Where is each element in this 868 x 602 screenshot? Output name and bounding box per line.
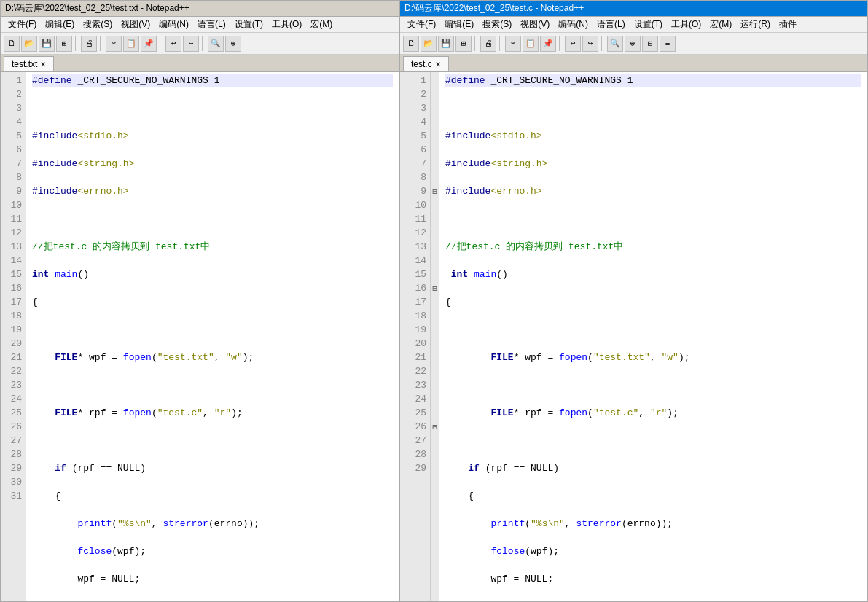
left-menubar[interactable]: 文件(F) 编辑(E) 搜索(S) 视图(V) 编码(N) 语言(L) 设置(T… bbox=[1, 17, 399, 33]
menu-run-right[interactable]: 运行(R) bbox=[736, 17, 775, 32]
tb-open-right[interactable]: 📂 bbox=[421, 36, 437, 52]
menu-search-left[interactable]: 搜索(S) bbox=[79, 17, 117, 32]
right-window: D:\码云库\2022\test_02_25\test.c - Notepad+… bbox=[399, 0, 868, 602]
menu-file-right[interactable]: 文件(F) bbox=[403, 17, 440, 32]
menu-lang-right[interactable]: 语言(L) bbox=[593, 17, 630, 32]
left-code-content[interactable]: #define _CRT_SECURE_NO_WARNINGS 1 #inclu… bbox=[26, 72, 399, 601]
right-tab-label: test.c bbox=[411, 59, 432, 69]
left-window: D:\码云库\2022\test_02_25\test.txt - Notepa… bbox=[0, 0, 399, 602]
tb-copy-left[interactable]: 📋 bbox=[123, 36, 139, 52]
menu-macro-right[interactable]: 宏(M) bbox=[705, 17, 736, 32]
menu-tools-right[interactable]: 工具(O) bbox=[667, 17, 705, 32]
menu-plugin-right[interactable]: 插件 bbox=[775, 17, 801, 32]
right-titlebar: D:\码云库\2022\test_02_25\test.c - Notepad+… bbox=[400, 1, 867, 17]
fold-10 bbox=[431, 198, 439, 212]
menu-search-right[interactable]: 搜索(S) bbox=[478, 17, 516, 32]
tb-extra2-right[interactable]: ≡ bbox=[660, 36, 676, 52]
fold-3 bbox=[431, 101, 439, 115]
fold-15 bbox=[431, 267, 439, 281]
tb-sep3-right bbox=[559, 36, 562, 51]
right-line-numbers: 12345 678910 1112131415 1617181920 21222… bbox=[400, 72, 431, 601]
fold-13 bbox=[431, 240, 439, 254]
tb-open-left[interactable]: 📂 bbox=[21, 36, 37, 52]
fold-9[interactable]: ⊟ bbox=[431, 184, 439, 198]
menu-tools-left[interactable]: 工具(O) bbox=[267, 17, 306, 32]
fold-17 bbox=[431, 295, 439, 309]
fold-19 bbox=[431, 323, 439, 337]
fold-23 bbox=[431, 378, 439, 392]
tb-undo-left[interactable]: ↩ bbox=[165, 36, 181, 52]
menu-settings-right[interactable]: 设置(T) bbox=[630, 17, 667, 32]
left-tab-label: test.txt bbox=[12, 59, 37, 69]
fold-18 bbox=[431, 309, 439, 323]
tb-new-right[interactable]: 🗋 bbox=[403, 36, 419, 52]
right-menubar[interactable]: 文件(F) 编辑(E) 搜索(S) 视图(V) 编码(N) 语言(L) 设置(T… bbox=[400, 17, 867, 33]
tb-cut-right[interactable]: ✂ bbox=[505, 36, 521, 52]
tb-zoom-left[interactable]: ⊕ bbox=[225, 36, 241, 52]
fold-28 bbox=[431, 447, 439, 461]
left-tab-close[interactable]: ✕ bbox=[40, 60, 46, 69]
fold-26[interactable]: ⊟ bbox=[431, 420, 439, 434]
left-toolbar: 🗋 📂 💾 ⊞ 🖨 ✂ 📋 📌 ↩ ↪ 🔍 ⊕ bbox=[1, 33, 399, 55]
fold-21 bbox=[431, 351, 439, 364]
tb-sep2-left bbox=[100, 36, 103, 51]
right-code-content[interactable]: #define _CRT_SECURE_NO_WARNINGS 1 #inclu… bbox=[439, 72, 867, 601]
fold-22 bbox=[431, 364, 439, 378]
fold-24 bbox=[431, 392, 439, 406]
fold-16[interactable]: ⊟ bbox=[431, 281, 439, 295]
fold-25 bbox=[431, 406, 439, 420]
right-fold-markers: ⊟ ⊟ ⊟ bbox=[431, 72, 439, 601]
tb-save-right[interactable]: 💾 bbox=[438, 36, 454, 52]
tb-sep1-right bbox=[474, 36, 477, 51]
right-toolbar: 🗋 📂 💾 ⊞ 🖨 ✂ 📋 📌 ↩ ↪ 🔍 ⊕ ⊟ ≡ bbox=[400, 33, 867, 55]
menu-edit-left[interactable]: 编辑(E) bbox=[41, 17, 79, 32]
tb-find-left[interactable]: 🔍 bbox=[208, 36, 224, 52]
fold-2 bbox=[431, 87, 439, 101]
tb-zoom-right[interactable]: ⊕ bbox=[625, 36, 641, 52]
fold-12 bbox=[431, 226, 439, 240]
menu-view-right[interactable]: 视图(V) bbox=[516, 17, 554, 32]
menu-encode-left[interactable]: 编码(N) bbox=[155, 17, 193, 32]
tb-extra1-right[interactable]: ⊟ bbox=[642, 36, 658, 52]
fold-5 bbox=[431, 129, 439, 143]
left-code-area: 12345 678910 1112131415 1617181920 21222… bbox=[1, 72, 399, 601]
right-code-area: 12345 678910 1112131415 1617181920 21222… bbox=[400, 72, 867, 601]
tb-saveall-left[interactable]: ⊞ bbox=[56, 36, 72, 52]
tb-paste-left[interactable]: 📌 bbox=[141, 36, 157, 52]
tb-print-right[interactable]: 🖨 bbox=[480, 36, 496, 52]
menu-macro-left[interactable]: 宏(M) bbox=[306, 17, 337, 32]
fold-4 bbox=[431, 115, 439, 129]
tb-copy-right[interactable]: 📋 bbox=[523, 36, 539, 52]
tb-paste-right[interactable]: 📌 bbox=[540, 36, 556, 52]
fold-14 bbox=[431, 254, 439, 267]
tb-find-right[interactable]: 🔍 bbox=[607, 36, 623, 52]
tb-sep4-right bbox=[601, 36, 604, 51]
tb-new-left[interactable]: 🗋 bbox=[4, 36, 20, 52]
menu-settings-left[interactable]: 设置(T) bbox=[230, 17, 267, 32]
fold-11 bbox=[431, 212, 439, 226]
menu-view-left[interactable]: 视图(V) bbox=[117, 17, 155, 32]
menu-encode-right[interactable]: 编码(N) bbox=[554, 17, 593, 32]
left-line-numbers: 12345 678910 1112131415 1617181920 21222… bbox=[1, 72, 26, 601]
menu-file-left[interactable]: 文件(F) bbox=[4, 17, 41, 32]
left-title: D:\码云库\2022\test_02_25\test.txt - Notepa… bbox=[5, 2, 189, 15]
right-tab-c[interactable]: test.c ✕ bbox=[403, 56, 449, 71]
tb-redo-right[interactable]: ↪ bbox=[582, 36, 598, 52]
menu-lang-left[interactable]: 语言(L) bbox=[193, 17, 230, 32]
tb-print-left[interactable]: 🖨 bbox=[81, 36, 97, 52]
fold-6 bbox=[431, 143, 439, 157]
tb-save-left[interactable]: 💾 bbox=[39, 36, 55, 52]
fold-27 bbox=[431, 434, 439, 447]
tb-undo-right[interactable]: ↩ bbox=[565, 36, 581, 52]
fold-7 bbox=[431, 157, 439, 171]
left-titlebar: D:\码云库\2022\test_02_25\test.txt - Notepa… bbox=[1, 1, 399, 17]
right-tab-close[interactable]: ✕ bbox=[435, 60, 441, 69]
tb-sep1-left bbox=[75, 36, 78, 51]
left-tab-txt[interactable]: test.txt ✕ bbox=[4, 56, 54, 71]
menu-edit-right[interactable]: 编辑(E) bbox=[440, 17, 478, 32]
tb-cut-left[interactable]: ✂ bbox=[106, 36, 122, 52]
right-title: D:\码云库\2022\test_02_25\test.c - Notepad+… bbox=[404, 2, 584, 15]
tb-saveall-right[interactable]: ⊞ bbox=[455, 36, 472, 52]
fold-1 bbox=[431, 74, 439, 87]
tb-redo-left[interactable]: ↪ bbox=[183, 36, 199, 52]
